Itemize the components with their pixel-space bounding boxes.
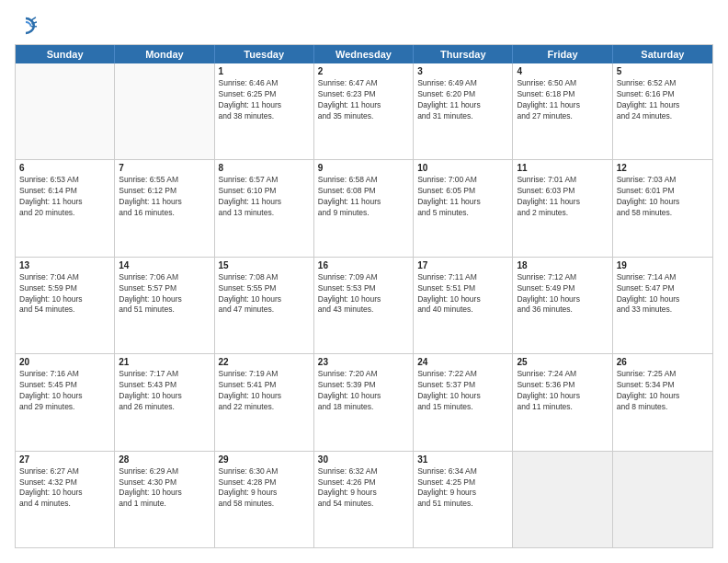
calendar-header: SundayMondayTuesdayWednesdayThursdayFrid… (16, 45, 712, 63)
cell-info-line: Daylight: 10 hours (19, 488, 110, 499)
cell-info-line: Sunrise: 7:00 AM (417, 175, 508, 186)
calendar-cell: 29Sunrise: 6:30 AMSunset: 4:28 PMDayligh… (215, 452, 314, 547)
cell-info-line: Sunrise: 6:55 AM (119, 175, 210, 186)
cell-info-line: and 1 minute. (119, 499, 210, 510)
cell-info-line: Sunrise: 7:01 AM (517, 175, 608, 186)
cell-info-line: Sunrise: 6:57 AM (219, 175, 310, 186)
cell-info-line: Daylight: 11 hours (19, 197, 110, 208)
cell-info-line: Daylight: 9 hours (318, 488, 409, 499)
cell-info-line: Daylight: 10 hours (219, 294, 310, 305)
day-number: 24 (417, 357, 508, 367)
cell-info-line: Daylight: 10 hours (318, 391, 409, 402)
cell-info-line: Sunset: 5:37 PM (417, 380, 508, 391)
calendar-cell: 17Sunrise: 7:11 AMSunset: 5:51 PMDayligh… (414, 258, 513, 353)
cell-info-line: Sunset: 6:08 PM (318, 186, 409, 197)
cell-info-line: Sunset: 6:10 PM (219, 186, 310, 197)
day-number: 30 (318, 454, 409, 465)
cell-info-line: and 16 minutes. (119, 208, 210, 219)
cell-info-line: and 47 minutes. (219, 304, 310, 316)
cell-info-line: Sunset: 6:05 PM (417, 186, 508, 197)
cell-info-line: Sunset: 4:32 PM (19, 477, 110, 488)
day-number: 8 (219, 163, 310, 173)
cell-info-line: Daylight: 10 hours (119, 488, 210, 499)
cell-info-line: and 27 minutes. (517, 111, 608, 122)
cell-info-line: Sunrise: 7:17 AM (119, 369, 210, 380)
day-number: 21 (119, 357, 210, 367)
cell-info-line: Daylight: 11 hours (219, 100, 310, 111)
cell-info-line: Sunrise: 7:22 AM (417, 369, 508, 380)
cell-info-line: and 54 minutes. (318, 499, 409, 510)
calendar-cell: 26Sunrise: 7:25 AMSunset: 5:34 PMDayligh… (613, 354, 712, 450)
cell-info-line: Sunset: 5:55 PM (219, 283, 310, 294)
cell-info-line: Daylight: 10 hours (617, 294, 709, 305)
calendar-row: 13Sunrise: 7:04 AMSunset: 5:59 PMDayligh… (16, 258, 712, 354)
cell-info-line: Daylight: 11 hours (617, 100, 709, 111)
calendar-cell: 19Sunrise: 7:14 AMSunset: 5:47 PMDayligh… (613, 258, 712, 353)
cell-info-line: and 4 minutes. (19, 499, 110, 510)
cell-info-line: and 58 minutes. (219, 499, 310, 510)
header-cell-friday: Friday (513, 45, 612, 63)
calendar-cell: 30Sunrise: 6:32 AMSunset: 4:26 PMDayligh… (314, 452, 414, 547)
calendar-cell: 7Sunrise: 6:55 AMSunset: 6:12 PMDaylight… (115, 160, 214, 256)
cell-info-line: Sunrise: 6:52 AM (617, 78, 709, 89)
day-number: 14 (119, 260, 210, 270)
cell-info-line: Sunset: 6:03 PM (517, 186, 608, 197)
cell-info-line: Sunrise: 7:24 AM (517, 369, 608, 380)
cell-info-line: Sunrise: 7:09 AM (318, 272, 409, 283)
cell-info-line: Daylight: 11 hours (318, 197, 409, 208)
cell-info-line: Daylight: 10 hours (119, 391, 210, 402)
cell-info-line: Daylight: 10 hours (517, 391, 608, 402)
calendar-cell: 16Sunrise: 7:09 AMSunset: 5:53 PMDayligh… (314, 258, 414, 353)
cell-info-line: Sunrise: 7:12 AM (517, 272, 608, 283)
cell-info-line: Daylight: 11 hours (417, 100, 508, 111)
day-number: 28 (119, 454, 210, 465)
cell-info-line: and 38 minutes. (219, 111, 310, 122)
cell-info-line: Sunset: 5:45 PM (19, 380, 110, 391)
header-cell-tuesday: Tuesday (215, 45, 314, 63)
calendar-cell: 9Sunrise: 6:58 AMSunset: 6:08 PMDaylight… (314, 160, 414, 256)
cell-info-line: Daylight: 11 hours (219, 197, 310, 208)
day-number: 17 (417, 260, 508, 270)
cell-info-line: Sunset: 5:39 PM (318, 380, 409, 391)
calendar-cell: 10Sunrise: 7:00 AMSunset: 6:05 PMDayligh… (414, 160, 513, 256)
cell-info-line: Sunrise: 6:46 AM (219, 78, 310, 89)
cell-info-line: Sunrise: 6:34 AM (417, 466, 508, 477)
calendar-row: 1Sunrise: 6:46 AMSunset: 6:25 PMDaylight… (16, 63, 712, 160)
day-number: 6 (19, 163, 110, 173)
cell-info-line: and 51 minutes. (119, 304, 210, 316)
calendar-cell: 24Sunrise: 7:22 AMSunset: 5:37 PMDayligh… (414, 354, 513, 450)
cell-info-line: and 13 minutes. (219, 208, 310, 219)
calendar-cell: 18Sunrise: 7:12 AMSunset: 5:49 PMDayligh… (513, 258, 612, 353)
cell-info-line: Daylight: 9 hours (219, 488, 310, 499)
day-number: 5 (617, 66, 709, 76)
calendar-body: 1Sunrise: 6:46 AMSunset: 6:25 PMDaylight… (16, 63, 712, 547)
cell-info-line: Sunrise: 6:29 AM (119, 466, 210, 477)
cell-info-line: Daylight: 10 hours (119, 294, 210, 305)
calendar-cell: 4Sunrise: 6:50 AMSunset: 6:18 PMDaylight… (513, 63, 612, 159)
calendar-row: 20Sunrise: 7:16 AMSunset: 5:45 PMDayligh… (16, 354, 712, 451)
day-number: 12 (617, 163, 709, 173)
cell-info-line: and 36 minutes. (517, 304, 608, 316)
cell-info-line: and 15 minutes. (417, 402, 508, 413)
cell-info-line: Sunrise: 6:47 AM (318, 78, 409, 89)
calendar-cell: 13Sunrise: 7:04 AMSunset: 5:59 PMDayligh… (16, 258, 115, 353)
cell-info-line: Sunset: 6:14 PM (19, 186, 110, 197)
day-number: 13 (19, 260, 110, 270)
cell-info-line: Sunset: 6:16 PM (617, 89, 709, 100)
cell-info-line: and 31 minutes. (417, 111, 508, 122)
calendar-cell: 8Sunrise: 6:57 AMSunset: 6:10 PMDaylight… (215, 160, 314, 256)
cell-info-line: and 40 minutes. (417, 304, 508, 316)
cell-info-line: Sunrise: 7:06 AM (119, 272, 210, 283)
cell-info-line: Sunrise: 7:03 AM (617, 175, 709, 186)
cell-info-line: and 43 minutes. (318, 304, 409, 316)
day-number: 15 (219, 260, 310, 270)
cell-info-line: Daylight: 10 hours (219, 391, 310, 402)
cell-info-line: Sunset: 6:20 PM (417, 89, 508, 100)
cell-info-line: Sunrise: 6:49 AM (417, 78, 508, 89)
calendar: SundayMondayTuesdayWednesdayThursdayFrid… (15, 44, 713, 548)
calendar-cell: 11Sunrise: 7:01 AMSunset: 6:03 PMDayligh… (513, 160, 612, 256)
cell-info-line: Sunset: 4:30 PM (119, 477, 210, 488)
day-number: 25 (517, 357, 608, 367)
cell-info-line: Sunset: 5:41 PM (219, 380, 310, 391)
cell-info-line: Sunset: 5:59 PM (19, 283, 110, 294)
